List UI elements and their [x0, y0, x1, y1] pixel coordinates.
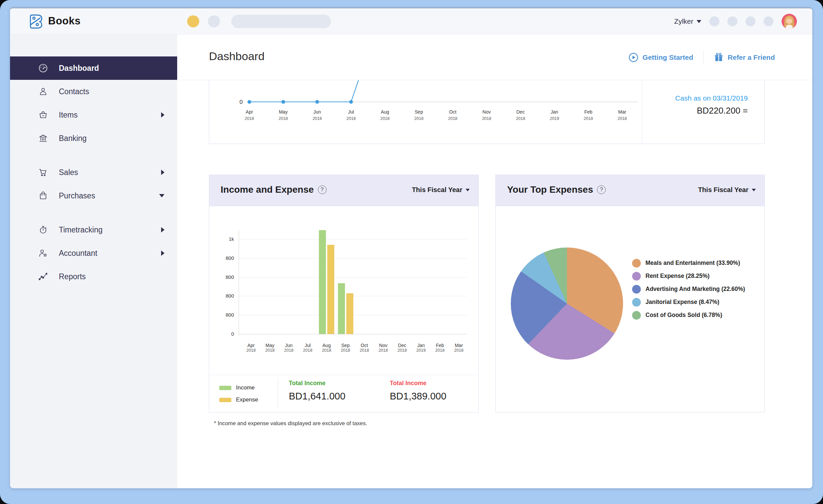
contacts-person-icon — [38, 87, 48, 97]
sidebar-item-sales[interactable]: Sales — [10, 161, 177, 184]
bar-chart-legend: IncomeExpense — [219, 382, 258, 406]
search-bar[interactable] — [231, 15, 331, 28]
x-tick-label: Jan2019 — [412, 343, 431, 353]
tax-footnote: * Income and expense values displayed ar… — [214, 420, 367, 427]
chevron-down-icon — [697, 20, 701, 23]
pie-legend-label: Janitorial Expense (8.47%) — [645, 299, 719, 306]
dashboard-content: 0Apr2018May2018Jun2018Jul2018Aug2018Sep2… — [177, 80, 812, 488]
pie-legend-label: Cost of Goods Sold (6.78%) — [645, 312, 722, 319]
sidebar-item-label: Banking — [59, 134, 87, 143]
sidebar-item-label: Reports — [59, 272, 86, 281]
income-expense-period-dropdown[interactable]: This Fiscal Year — [412, 186, 470, 194]
period-label: This Fiscal Year — [698, 186, 748, 194]
pie-legend-label: Advertising And Marketing (22.60%) — [645, 286, 745, 293]
topbar-icon-placeholder[interactable] — [208, 15, 220, 27]
refer-a-friend-link[interactable]: Refer a Friend — [714, 52, 775, 62]
svg-text:Jul: Jul — [348, 109, 354, 115]
x-tick-label: Aug2018 — [317, 343, 336, 353]
topbar-action-4[interactable] — [763, 16, 774, 26]
items-basket-icon — [38, 110, 48, 120]
bank-icon — [38, 133, 48, 143]
pie-legend-item: Meals and Entertainment (33.90%) — [632, 257, 745, 270]
getting-started-link[interactable]: Getting Started — [628, 52, 693, 62]
gridline — [239, 334, 467, 334]
pie-chart-legend: Meals and Entertainment (33.90%)Rent Exp… — [632, 257, 745, 322]
sidebar-item-label: Contacts — [59, 87, 89, 96]
x-tick-label: Jul2018 — [299, 343, 317, 353]
topbar-action-3[interactable] — [745, 16, 755, 26]
sales-cart-icon — [38, 167, 48, 177]
reports-chart-icon — [38, 272, 48, 282]
logo-wordmark: Books — [48, 15, 81, 27]
total-expense-label: Total Income — [390, 380, 446, 387]
sidebar-item-items[interactable]: Items — [10, 103, 177, 127]
cash-flow-line-svg: 0Apr2018May2018Jun2018Jul2018Aug2018Sep2… — [209, 80, 642, 143]
chevron-down-icon — [752, 189, 756, 191]
income-expense-title-text: Income and Expense — [221, 184, 314, 195]
org-switcher[interactable]: Zylker — [674, 17, 701, 25]
sidebar-item-label: Dashboard — [59, 64, 99, 73]
sidebar-item-timetracking[interactable]: Timetracking — [10, 218, 177, 241]
cash-flow-chart: 0Apr2018May2018Jun2018Jul2018Aug2018Sep2… — [209, 80, 642, 143]
legend-swatch — [219, 386, 231, 390]
top-expenses-period-dropdown[interactable]: This Fiscal Year — [698, 186, 756, 194]
cash-amount[interactable]: BD220.200 = — [642, 106, 748, 116]
notification-dot[interactable] — [187, 15, 199, 27]
expenses-pie-chart — [511, 247, 623, 360]
play-circle-icon — [628, 52, 638, 62]
topbar: Books Zylker — [10, 8, 812, 34]
expense-bar-Sep-2018 — [346, 293, 353, 334]
cash-summary: Cash as on 03/31/2019 BD220.200 = — [642, 80, 765, 144]
help-icon[interactable]: ? — [318, 185, 327, 194]
app-logo[interactable]: Books — [27, 13, 81, 29]
svg-text:2018: 2018 — [278, 116, 288, 121]
legend-item-expense: Expense — [219, 394, 258, 406]
refer-a-friend-label: Refer a Friend — [728, 53, 775, 61]
svg-text:Jan: Jan — [551, 109, 558, 115]
income-expense-panel: Income and Expense ? This Fiscal Year 1k… — [209, 175, 479, 412]
pie-legend-item: Cost of Goods Sold (6.78%) — [632, 309, 745, 322]
sidebar-item-reports[interactable]: Reports — [10, 265, 177, 288]
svg-text:2018: 2018 — [448, 116, 457, 121]
svg-text:Jun: Jun — [314, 109, 321, 115]
y-tick-label: 800 — [211, 255, 234, 261]
x-tick-label: Oct2018 — [355, 343, 374, 353]
svg-text:Nov: Nov — [482, 109, 491, 115]
y-tick-label: 800 — [211, 312, 234, 318]
topbar-action-2[interactable] — [727, 16, 737, 26]
income-bar-Sep-2018 — [338, 283, 345, 334]
sidebar-item-label: Timetracking — [59, 225, 103, 234]
user-avatar[interactable] — [782, 14, 797, 29]
top-expenses-title: Your Top Expenses ? — [507, 184, 606, 195]
svg-text:Dec: Dec — [516, 109, 525, 115]
svg-text:Feb: Feb — [584, 109, 592, 115]
total-expense-value: BD1,389.000 — [390, 391, 446, 402]
sidebar-item-purchases[interactable]: Purchases — [10, 184, 177, 207]
chevron-right-icon — [161, 250, 164, 256]
income-expense-summary: IncomeExpense Total Income BD1,641.000 T… — [209, 375, 478, 412]
sidebar-item-contacts[interactable]: Contacts — [10, 80, 177, 103]
sidebar-item-accountant[interactable]: Accountant — [10, 241, 177, 265]
x-tick-label: Apr2018 — [242, 343, 260, 353]
svg-text:Mar: Mar — [618, 109, 626, 115]
desktop-background: Books Zylker — [0, 0, 823, 504]
svg-text:0: 0 — [240, 99, 243, 105]
y-tick-label: 800 — [211, 293, 234, 299]
income-expense-title: Income and Expense ? — [221, 184, 327, 195]
sidebar-nav: DashboardContactsItemsBankingSalesPurcha… — [10, 34, 177, 488]
total-income-label: Total Income — [289, 380, 345, 387]
x-tick-label: Mar2018 — [450, 343, 468, 353]
help-icon[interactable]: ? — [597, 185, 606, 194]
svg-text:2018: 2018 — [414, 116, 424, 121]
income-bar-Aug-2018 — [319, 230, 326, 334]
total-expense-block: Total Income BD1,389.000 — [390, 380, 446, 402]
cash-as-on-label[interactable]: Cash as on 03/31/2019 — [642, 94, 748, 102]
topbar-action-1[interactable] — [709, 16, 719, 26]
chevron-down-icon — [466, 189, 470, 191]
sidebar-item-dashboard[interactable]: Dashboard — [10, 56, 177, 80]
sidebar-item-banking[interactable]: Banking — [10, 127, 177, 150]
x-tick-label: Dec2018 — [393, 343, 412, 353]
svg-text:Oct: Oct — [449, 109, 457, 115]
total-income-value: BD1,641.000 — [289, 391, 345, 402]
pie-legend-dot — [632, 259, 641, 268]
